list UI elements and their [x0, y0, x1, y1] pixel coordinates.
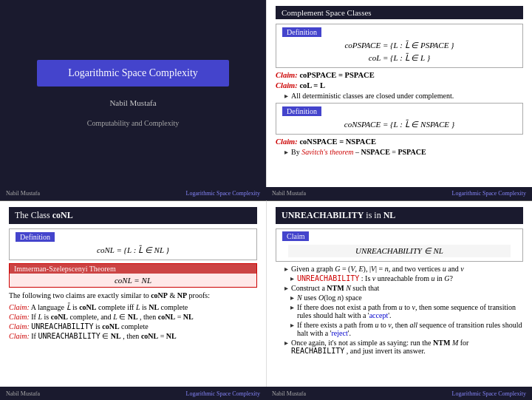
claim-label-3: Claim:	[276, 138, 298, 146]
claim-savitch-text: By Savitch's theorem – NSPACE = PSPACE	[291, 148, 426, 156]
course-name: Computability and Complexity	[87, 119, 179, 127]
bullet-reject-text: If there exists a path from u to v, then…	[297, 321, 523, 337]
definition-label-2: Definition	[282, 106, 321, 116]
conl-claim-2: Claim: If L is coNL complete, and L ∈ NL…	[9, 313, 257, 321]
bullet-olog-text: N uses O(log n) space	[297, 294, 362, 302]
definition-box-2: Definition coNSPACE = {L : L̄ ∈ NSPACE }	[276, 103, 523, 135]
conl-claim-2-text: If L is coNL complete, and L ∈ NL , then…	[31, 313, 193, 321]
claim-copspace: Claim: coPSPACE = PSPACE	[276, 71, 523, 79]
conl-claim-label-2: Claim:	[9, 313, 30, 321]
claim-col: Claim: coL = L	[276, 81, 523, 89]
claim-label-1: Claim:	[276, 71, 298, 79]
immerman-theorem-box: Immerman-Szelepscenyi Theorem coNL = NL	[9, 263, 257, 288]
conl-claim-label-1: Claim:	[9, 303, 30, 311]
claim-copspace-text: coPSPACE = PSPACE	[299, 71, 374, 79]
bullet-construct-text: Construct a NTM N such that	[291, 284, 379, 292]
conl-claim-1: Claim: A language L̄ is coNL complete if…	[9, 303, 257, 311]
bullet-arrow-olog: ▸	[290, 294, 294, 302]
footer-course-bl: Logarithmic Space Complexity	[186, 390, 260, 397]
bullet-unreachability-def: ▸ UNREACHABILITY : Is v unreachable from…	[290, 274, 523, 282]
theorem-label: Immerman-Szelepscenyi Theorem	[10, 264, 256, 274]
bullet-arrow-construct: ▸	[284, 284, 288, 292]
unreachability-claim-box: Claim UNREACHABILITY ∈ NL	[276, 228, 523, 262]
footer-bottom-left: Nabil Mustafa Logarithmic Space Complexi…	[0, 387, 266, 400]
claim-bullet-2: ▸ By Savitch's theorem – NSPACE = PSPACE	[284, 148, 523, 156]
conl-claim-4-text: If UNREACHABILITY ∈ NL , then coNL = NL	[31, 332, 176, 340]
conl-claim-1-text: A language L̄ is coNL complete iff L is …	[31, 303, 188, 311]
bullet-accept: ▸ If there does not exist a path from u …	[290, 303, 523, 319]
footer-top-right: Nabil Mustafa Logarithmic Space Complexi…	[266, 187, 532, 200]
claim-center-text: UNREACHABILITY ∈ NL	[288, 245, 511, 257]
footer-author-tr: Nabil Mustafa	[272, 190, 306, 197]
bullet-given-text: Given a graph G = (V, E), |V| = n, and t…	[291, 265, 464, 273]
slide-title: Logarithmic Space Complexity	[37, 60, 229, 87]
bullet-invert-text: Once again, it's not as simple as saying…	[291, 339, 523, 355]
bullet-unreachability-text: UNREACHABILITY : Is v unreachable from u…	[297, 274, 453, 282]
bullet-arrow-1: ▸	[284, 92, 288, 100]
bullet-arrow-accept: ▸	[290, 303, 294, 311]
bullet-arrow-invert: ▸	[284, 339, 288, 347]
nl-title-bold: NL	[383, 210, 396, 220]
claim-box-label: Claim	[282, 231, 309, 241]
claims-intro: The following two claims are exactly sim…	[9, 291, 257, 301]
footer-course-tr: Logarithmic Space Complexity	[452, 190, 526, 197]
footer-course-br: Logarithmic Space Complexity	[452, 390, 526, 397]
complement-slide-title: Complement Space Classes	[276, 6, 523, 19]
claim-col-text: coL = L	[299, 81, 325, 89]
conl-title-bold: coNL	[52, 210, 73, 220]
definition-box-1: Definition coPSPACE = {L : L̄ ∈ PSPACE }…	[276, 24, 523, 68]
bullet-arrow-given: ▸	[284, 265, 288, 273]
bullet-arrow-reject: ▸	[290, 321, 294, 329]
bullet-olog: ▸ N uses O(log n) space	[290, 294, 523, 302]
author-name: Nabil Mustafa	[109, 98, 156, 107]
bullet-arrow-2: ▸	[284, 148, 288, 156]
claim-bullet-1: ▸ All deterministic classes are closed u…	[284, 92, 523, 100]
unreachability-title-text: UNREACHABILITY	[282, 210, 364, 220]
conl-claim-3: Claim: UNREACHABILITY is coNL complete	[9, 322, 257, 330]
col-def: coL = {L : L̄ ∈ L }	[282, 52, 516, 64]
footer-author-br: Nabil Mustafa	[272, 390, 306, 397]
copspace-def: coPSPACE = {L : L̄ ∈ PSPACE }	[282, 39, 516, 52]
conl-section-title: The Class coNL	[9, 207, 257, 224]
conl-claim-3-text: UNREACHABILITY is coNL complete	[31, 322, 148, 330]
conl-claim-label-3: Claim:	[9, 322, 30, 330]
definition-label-1: Definition	[282, 27, 321, 37]
claim-bullet-1-text: All deterministic classes are closed und…	[291, 92, 454, 100]
bullet-arrow-sub1: ▸	[290, 274, 294, 282]
conl-claim-label-4: Claim:	[9, 332, 30, 340]
footer-bottom-right: Nabil Mustafa Logarithmic Space Complexi…	[266, 387, 532, 400]
footer-author-bl: Nabil Mustafa	[6, 390, 40, 397]
unreachability-section-title: UNREACHABILITY is in NL	[276, 207, 523, 224]
footer-top-left: Nabil Mustafa Logarithmic Space Complexi…	[0, 187, 266, 200]
bullet-accept-text: If there does not exist a path from u to…	[297, 303, 523, 319]
claim-label-2: Claim:	[276, 81, 298, 89]
footer-course-tl: Logarithmic Space Complexity	[186, 190, 260, 197]
conspace-def: coNSPACE = {L : L̄ ∈ NSPACE }	[282, 118, 516, 131]
conl-definition-label: Definition	[16, 232, 55, 242]
claim-conspace: Claim: coNSPACE = NSPACE	[276, 138, 523, 146]
claim-conspace-text: coNSPACE = NSPACE	[299, 138, 376, 146]
theorem-content: coNL = NL	[10, 274, 256, 287]
bullet-construct: ▸ Construct a NTM N such that	[284, 284, 523, 292]
conl-def-line: coNL = {L : L̄ ∈ NL }	[16, 244, 250, 257]
conl-claim-4: Claim: If UNREACHABILITY ∈ NL , then coN…	[9, 332, 257, 340]
footer-author-tl: Nabil Mustafa	[6, 190, 40, 197]
bullet-reject: ▸ If there exists a path from u to v, th…	[290, 321, 523, 337]
conl-definition-box: Definition coNL = {L : L̄ ∈ NL }	[9, 228, 257, 260]
bullet-given: ▸ Given a graph G = (V, E), |V| = n, and…	[284, 265, 523, 273]
bullet-invert: ▸ Once again, it's not as simple as sayi…	[284, 339, 523, 355]
